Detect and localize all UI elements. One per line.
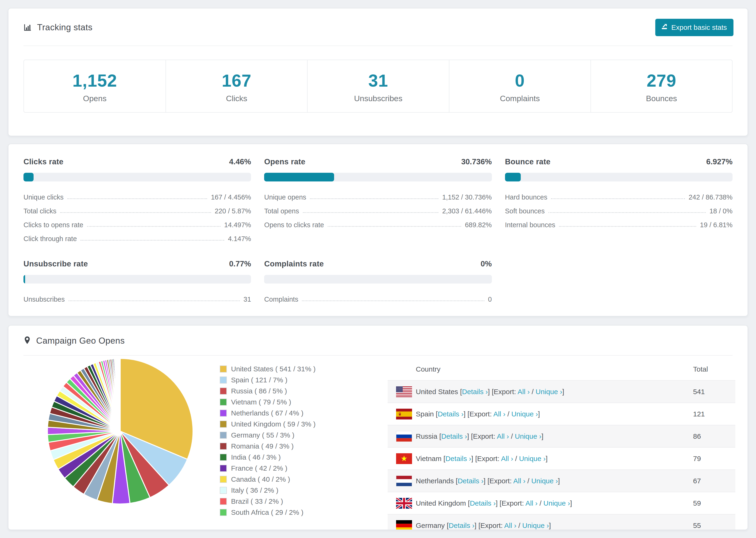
geo-title: Campaign Geo Opens [36, 336, 125, 346]
legend-item-netherlands[interactable]: Netherlands ( 67 / 4% ) [220, 409, 315, 417]
rates-card: Clicks rate 4.46% Unique clicks 167 / 4.… [8, 144, 748, 316]
progress-bar-unsubscribe [24, 275, 251, 284]
legend-color-swatch [220, 388, 227, 395]
rate-value: 6.927% [706, 157, 732, 166]
country-total: 55 [693, 521, 735, 529]
country-name: Netherlands [416, 477, 454, 485]
progress-fill [264, 173, 334, 182]
stat-opens: 1,152Opens [24, 60, 166, 112]
details-link[interactable]: Details › [449, 521, 474, 529]
legend-label: Netherlands ( 67 / 4% ) [231, 409, 303, 417]
country-name: Vietnam [416, 455, 442, 462]
page-title: Tracking stats [37, 23, 92, 32]
dashboard-page: Tracking stats Export basic stats 1,152O… [0, 0, 756, 538]
geo-table-row-united-states: United States [Details ›] [Export: All ›… [388, 380, 735, 403]
legend-item-italy[interactable]: Italy ( 36 / 2% ) [220, 486, 315, 494]
rate-row-opens-to-clicks-rate: Opens to clicks rate 689.82% [264, 218, 492, 232]
country-name: United States [416, 388, 458, 396]
export-unique-link[interactable]: Unique › [512, 410, 538, 418]
legend-item-india[interactable]: India ( 46 / 3% ) [220, 453, 315, 461]
export-all-link[interactable]: All › [497, 432, 509, 440]
dotted-leader [559, 226, 696, 227]
legend-item-united-states[interactable]: United States ( 541 / 31% ) [220, 365, 315, 373]
stat-complaints: 0Complaints [449, 60, 590, 112]
export-unique-link[interactable]: Unique › [519, 455, 546, 462]
country-name: United Kingdom [416, 499, 466, 507]
bar-chart-icon [24, 23, 32, 32]
details-link[interactable]: Details › [438, 410, 463, 418]
legend-item-brazil[interactable]: Brazil ( 33 / 2% ) [220, 497, 315, 506]
legend-color-swatch [220, 409, 227, 417]
geo-table-row-united-kingdom: United Kingdom [Details ›] [Export: All … [388, 492, 735, 514]
export-all-link[interactable]: All › [493, 410, 506, 418]
column-country: Country [416, 365, 693, 373]
legend-item-canada[interactable]: Canada ( 40 / 2% ) [220, 475, 315, 483]
legend-item-vietnam[interactable]: Vietnam ( 79 / 5% ) [220, 398, 315, 406]
header-divider [24, 45, 732, 46]
legend-item-united-kingdom[interactable]: United Kingdom ( 59 / 3% ) [220, 420, 315, 428]
details-link[interactable]: Details › [458, 477, 483, 485]
dotted-leader [328, 226, 461, 227]
export-all-link[interactable]: All › [518, 388, 530, 396]
stat-value: 167 [222, 71, 251, 91]
legend-item-russia[interactable]: Russia ( 86 / 5% ) [220, 387, 315, 395]
dotted-leader [87, 226, 220, 227]
rate-row-unsubscribes: Unsubscribes 31 [24, 293, 251, 306]
dotted-leader [310, 198, 438, 199]
details-link[interactable]: Details › [470, 499, 496, 507]
dotted-leader [549, 212, 706, 213]
export-unique-link[interactable]: Unique › [536, 388, 562, 396]
legend-item-germany[interactable]: Germany ( 55 / 3% ) [220, 431, 315, 439]
campaign-geo-opens-card: Campaign Geo Opens United States ( 541 /… [8, 325, 748, 530]
legend-color-swatch [220, 365, 227, 372]
geo-country-table: Country Total United States [Details ›] … [388, 358, 735, 530]
country-total: 541 [693, 388, 735, 396]
rate-section-complaints: Complaints rate 0% Complaints 0 [264, 259, 492, 306]
country-total: 67 [693, 477, 735, 485]
details-link[interactable]: Details › [462, 388, 488, 396]
export-unique-link[interactable]: Unique › [515, 432, 541, 440]
details-link[interactable]: Details › [445, 455, 471, 462]
export-unique-link[interactable]: Unique › [531, 477, 558, 485]
export-unique-link[interactable]: Unique › [544, 499, 570, 507]
rates-grid: Clicks rate 4.46% Unique clicks 167 / 4.… [9, 144, 747, 306]
map-pin-icon [24, 336, 31, 346]
legend-label: Romania ( 49 / 3% ) [231, 442, 294, 450]
export-unique-link[interactable]: Unique › [522, 521, 549, 529]
legend-item-south-africa[interactable]: South Africa ( 29 / 2% ) [220, 509, 315, 516]
rate-title: Opens rate [264, 157, 305, 166]
export-all-link[interactable]: All › [513, 477, 525, 485]
legend-label: Brazil ( 33 / 2% ) [231, 497, 283, 506]
stat-clicks: 167Clicks [166, 60, 307, 112]
geo-table-row-spain: Spain [Details ›] [Export: All › / Uniqu… [388, 403, 735, 425]
progress-fill [24, 275, 25, 284]
progress-bar-clicks [24, 173, 251, 182]
rate-row-unique-clicks: Unique clicks 167 / 4.456% [24, 190, 251, 204]
pie-slice-other-38[interactable] [120, 358, 120, 431]
export-all-link[interactable]: All › [501, 455, 513, 462]
rate-row-complaints: Complaints 0 [264, 293, 492, 306]
flag-de-icon [396, 520, 416, 530]
rate-section-opens: Opens rate 30.736% Unique opens 1,152 / … [264, 157, 492, 246]
legend-color-swatch [220, 377, 227, 384]
export-basic-stats-button[interactable]: Export basic stats [655, 19, 733, 36]
legend-color-swatch [220, 509, 227, 516]
dotted-leader [303, 212, 439, 213]
flag-vn-icon [396, 453, 416, 464]
geo-body: United States ( 541 / 31% )Spain ( 121 /… [9, 355, 747, 527]
legend-color-swatch [220, 454, 227, 461]
tracking-stats-card: Tracking stats Export basic stats 1,152O… [8, 8, 748, 136]
geo-pie-chart[interactable] [43, 353, 198, 508]
geo-table-row-russia: Russia [Details ›] [Export: All › / Uniq… [388, 425, 735, 447]
export-all-link[interactable]: All › [525, 499, 538, 507]
geo-header: Campaign Geo Opens [9, 326, 747, 355]
flag-us-icon [396, 386, 416, 397]
legend-item-france[interactable]: France ( 42 / 2% ) [220, 464, 315, 472]
legend-item-spain[interactable]: Spain ( 121 / 7% ) [220, 376, 315, 384]
details-link[interactable]: Details › [441, 432, 467, 440]
legend-item-romania[interactable]: Romania ( 49 / 3% ) [220, 442, 315, 450]
legend-color-swatch [220, 487, 227, 494]
export-all-link[interactable]: All › [504, 521, 516, 529]
dotted-leader [60, 212, 211, 213]
rate-title: Unsubscribe rate [24, 259, 88, 268]
